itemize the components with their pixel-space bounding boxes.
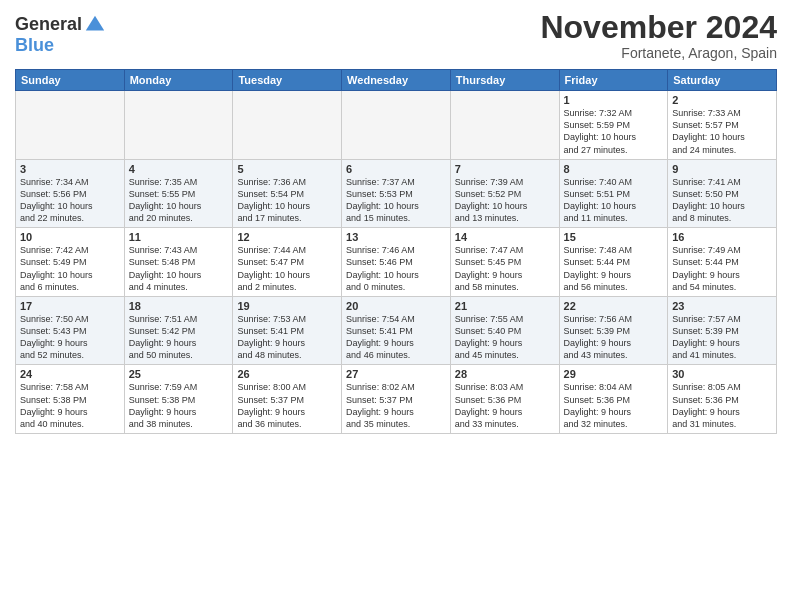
day-info: Sunrise: 7:41 AM Sunset: 5:50 PM Dayligh… xyxy=(672,176,772,225)
day-number: 2 xyxy=(672,94,772,106)
day-info: Sunrise: 7:55 AM Sunset: 5:40 PM Dayligh… xyxy=(455,313,555,362)
header-saturday: Saturday xyxy=(668,70,777,91)
day-number: 25 xyxy=(129,368,229,380)
page: General Blue November 2024 Fortanete, Ar… xyxy=(0,0,792,612)
table-row xyxy=(16,91,125,160)
location-subtitle: Fortanete, Aragon, Spain xyxy=(540,45,777,61)
table-row: 16Sunrise: 7:49 AM Sunset: 5:44 PM Dayli… xyxy=(668,228,777,297)
table-row: 28Sunrise: 8:03 AM Sunset: 5:36 PM Dayli… xyxy=(450,365,559,434)
table-row: 3Sunrise: 7:34 AM Sunset: 5:56 PM Daylig… xyxy=(16,159,125,228)
table-row xyxy=(124,91,233,160)
day-info: Sunrise: 7:34 AM Sunset: 5:56 PM Dayligh… xyxy=(20,176,120,225)
header-wednesday: Wednesday xyxy=(342,70,451,91)
day-number: 5 xyxy=(237,163,337,175)
calendar-row-5: 24Sunrise: 7:58 AM Sunset: 5:38 PM Dayli… xyxy=(16,365,777,434)
table-row: 1Sunrise: 7:32 AM Sunset: 5:59 PM Daylig… xyxy=(559,91,668,160)
table-row: 25Sunrise: 7:59 AM Sunset: 5:38 PM Dayli… xyxy=(124,365,233,434)
day-number: 10 xyxy=(20,231,120,243)
day-info: Sunrise: 7:53 AM Sunset: 5:41 PM Dayligh… xyxy=(237,313,337,362)
day-info: Sunrise: 7:43 AM Sunset: 5:48 PM Dayligh… xyxy=(129,244,229,293)
day-info: Sunrise: 7:47 AM Sunset: 5:45 PM Dayligh… xyxy=(455,244,555,293)
day-number: 1 xyxy=(564,94,664,106)
table-row: 13Sunrise: 7:46 AM Sunset: 5:46 PM Dayli… xyxy=(342,228,451,297)
day-number: 18 xyxy=(129,300,229,312)
table-row: 5Sunrise: 7:36 AM Sunset: 5:54 PM Daylig… xyxy=(233,159,342,228)
header-monday: Monday xyxy=(124,70,233,91)
day-info: Sunrise: 7:36 AM Sunset: 5:54 PM Dayligh… xyxy=(237,176,337,225)
day-info: Sunrise: 7:33 AM Sunset: 5:57 PM Dayligh… xyxy=(672,107,772,156)
title-block: November 2024 Fortanete, Aragon, Spain xyxy=(540,10,777,61)
table-row: 9Sunrise: 7:41 AM Sunset: 5:50 PM Daylig… xyxy=(668,159,777,228)
day-number: 21 xyxy=(455,300,555,312)
day-info: Sunrise: 7:39 AM Sunset: 5:52 PM Dayligh… xyxy=(455,176,555,225)
day-number: 4 xyxy=(129,163,229,175)
header-tuesday: Tuesday xyxy=(233,70,342,91)
table-row: 12Sunrise: 7:44 AM Sunset: 5:47 PM Dayli… xyxy=(233,228,342,297)
table-row xyxy=(450,91,559,160)
day-number: 28 xyxy=(455,368,555,380)
day-number: 3 xyxy=(20,163,120,175)
day-number: 11 xyxy=(129,231,229,243)
day-number: 13 xyxy=(346,231,446,243)
day-info: Sunrise: 7:54 AM Sunset: 5:41 PM Dayligh… xyxy=(346,313,446,362)
day-info: Sunrise: 7:57 AM Sunset: 5:39 PM Dayligh… xyxy=(672,313,772,362)
table-row: 24Sunrise: 7:58 AM Sunset: 5:38 PM Dayli… xyxy=(16,365,125,434)
logo-blue-text: Blue xyxy=(15,36,106,56)
day-number: 19 xyxy=(237,300,337,312)
day-info: Sunrise: 8:05 AM Sunset: 5:36 PM Dayligh… xyxy=(672,381,772,430)
day-info: Sunrise: 7:50 AM Sunset: 5:43 PM Dayligh… xyxy=(20,313,120,362)
day-info: Sunrise: 7:40 AM Sunset: 5:51 PM Dayligh… xyxy=(564,176,664,225)
day-number: 22 xyxy=(564,300,664,312)
day-number: 7 xyxy=(455,163,555,175)
table-row: 26Sunrise: 8:00 AM Sunset: 5:37 PM Dayli… xyxy=(233,365,342,434)
day-number: 14 xyxy=(455,231,555,243)
table-row: 8Sunrise: 7:40 AM Sunset: 5:51 PM Daylig… xyxy=(559,159,668,228)
calendar-row-2: 3Sunrise: 7:34 AM Sunset: 5:56 PM Daylig… xyxy=(16,159,777,228)
calendar-table: Sunday Monday Tuesday Wednesday Thursday… xyxy=(15,69,777,434)
logo-text: General xyxy=(15,15,82,35)
table-row: 6Sunrise: 7:37 AM Sunset: 5:53 PM Daylig… xyxy=(342,159,451,228)
logo-icon xyxy=(84,14,106,36)
day-number: 15 xyxy=(564,231,664,243)
day-number: 29 xyxy=(564,368,664,380)
calendar-row-4: 17Sunrise: 7:50 AM Sunset: 5:43 PM Dayli… xyxy=(16,296,777,365)
table-row: 2Sunrise: 7:33 AM Sunset: 5:57 PM Daylig… xyxy=(668,91,777,160)
day-number: 23 xyxy=(672,300,772,312)
table-row: 17Sunrise: 7:50 AM Sunset: 5:43 PM Dayli… xyxy=(16,296,125,365)
day-number: 12 xyxy=(237,231,337,243)
calendar-row-1: 1Sunrise: 7:32 AM Sunset: 5:59 PM Daylig… xyxy=(16,91,777,160)
table-row xyxy=(342,91,451,160)
day-info: Sunrise: 7:44 AM Sunset: 5:47 PM Dayligh… xyxy=(237,244,337,293)
day-info: Sunrise: 7:51 AM Sunset: 5:42 PM Dayligh… xyxy=(129,313,229,362)
table-row: 22Sunrise: 7:56 AM Sunset: 5:39 PM Dayli… xyxy=(559,296,668,365)
day-number: 30 xyxy=(672,368,772,380)
day-number: 9 xyxy=(672,163,772,175)
table-row: 19Sunrise: 7:53 AM Sunset: 5:41 PM Dayli… xyxy=(233,296,342,365)
day-number: 8 xyxy=(564,163,664,175)
day-info: Sunrise: 8:03 AM Sunset: 5:36 PM Dayligh… xyxy=(455,381,555,430)
logo: General Blue xyxy=(15,14,106,56)
header-thursday: Thursday xyxy=(450,70,559,91)
table-row xyxy=(233,91,342,160)
day-info: Sunrise: 7:35 AM Sunset: 5:55 PM Dayligh… xyxy=(129,176,229,225)
table-row: 30Sunrise: 8:05 AM Sunset: 5:36 PM Dayli… xyxy=(668,365,777,434)
table-row: 20Sunrise: 7:54 AM Sunset: 5:41 PM Dayli… xyxy=(342,296,451,365)
day-number: 20 xyxy=(346,300,446,312)
calendar-row-3: 10Sunrise: 7:42 AM Sunset: 5:49 PM Dayli… xyxy=(16,228,777,297)
header-friday: Friday xyxy=(559,70,668,91)
day-number: 26 xyxy=(237,368,337,380)
day-number: 17 xyxy=(20,300,120,312)
day-info: Sunrise: 7:46 AM Sunset: 5:46 PM Dayligh… xyxy=(346,244,446,293)
day-info: Sunrise: 7:37 AM Sunset: 5:53 PM Dayligh… xyxy=(346,176,446,225)
day-info: Sunrise: 7:56 AM Sunset: 5:39 PM Dayligh… xyxy=(564,313,664,362)
table-row: 10Sunrise: 7:42 AM Sunset: 5:49 PM Dayli… xyxy=(16,228,125,297)
calendar-header-row: Sunday Monday Tuesday Wednesday Thursday… xyxy=(16,70,777,91)
svg-marker-0 xyxy=(86,16,104,31)
day-info: Sunrise: 8:02 AM Sunset: 5:37 PM Dayligh… xyxy=(346,381,446,430)
day-info: Sunrise: 8:00 AM Sunset: 5:37 PM Dayligh… xyxy=(237,381,337,430)
day-info: Sunrise: 7:42 AM Sunset: 5:49 PM Dayligh… xyxy=(20,244,120,293)
table-row: 15Sunrise: 7:48 AM Sunset: 5:44 PM Dayli… xyxy=(559,228,668,297)
table-row: 27Sunrise: 8:02 AM Sunset: 5:37 PM Dayli… xyxy=(342,365,451,434)
table-row: 4Sunrise: 7:35 AM Sunset: 5:55 PM Daylig… xyxy=(124,159,233,228)
day-info: Sunrise: 7:48 AM Sunset: 5:44 PM Dayligh… xyxy=(564,244,664,293)
